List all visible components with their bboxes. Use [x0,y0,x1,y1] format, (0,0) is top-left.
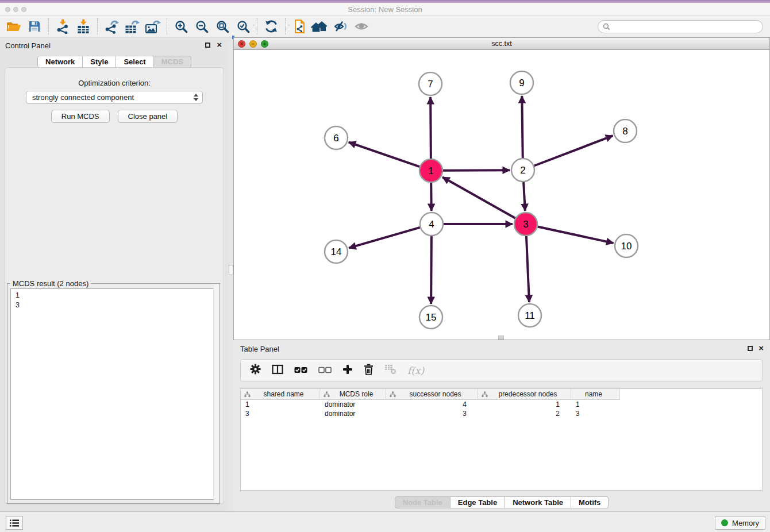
close-table-panel-icon[interactable]: × [759,345,764,352]
toolbar-separator [285,18,286,34]
deselect-all-checks-icon[interactable] [318,365,332,376]
window-titlebar: Session: New Session [0,3,770,16]
show-all-icon[interactable] [351,18,372,35]
graph-node-2[interactable]: 2 [511,159,534,182]
network-traffic-lights[interactable]: × − + [238,40,268,48]
graph-edge-2-8[interactable] [534,136,613,165]
select-all-checks-icon[interactable] [294,365,307,376]
close-panel-button[interactable]: Close panel [118,110,178,123]
table-toolbar: f(x) [240,359,763,381]
float-panel-icon[interactable] [205,43,210,48]
graph-edge-4-15[interactable] [431,236,432,304]
show-column-panel-icon[interactable] [272,364,283,377]
node-table[interactable]: shared nameMCDS rolesuccessor nodesprede… [240,388,763,491]
import-table-icon[interactable] [73,18,94,35]
graph-node-4[interactable]: 4 [420,213,443,236]
graph-edge-3-10[interactable] [538,226,614,243]
hide-selected-icon[interactable] [330,18,351,35]
tab-network-table[interactable]: Network Table [505,496,571,508]
column-header-name[interactable]: name [571,389,620,400]
save-session-icon[interactable] [24,18,45,35]
tab-node-table[interactable]: Node Table [395,496,451,508]
zoom-selected-icon[interactable] [233,18,253,35]
graph-node-15[interactable]: 15 [419,306,442,329]
tab-network[interactable]: Network [37,56,83,68]
table-cell: 1 [478,400,571,409]
table-row[interactable]: 1dominator411 [241,400,762,409]
criterion-dropdown[interactable]: strongly connected component [26,91,203,104]
graph-edge-4-14[interactable] [349,228,420,248]
close-panel-icon[interactable]: × [217,41,222,48]
graph-node-3[interactable]: 3 [514,213,537,236]
first-neighbors-icon[interactable] [310,18,330,35]
network-minimize-button[interactable]: − [249,40,257,48]
graph-edge-1-2[interactable] [443,170,510,171]
zoom-out-icon[interactable] [191,18,212,35]
export-image-icon[interactable] [143,18,163,35]
open-session-icon[interactable] [3,18,24,35]
result-line: 3 [16,300,208,310]
graph-node-8[interactable]: 8 [614,119,637,142]
memory-button[interactable]: Memory [715,516,765,530]
control-panel: Control Panel × NetworkStyleSelectMCDS O… [0,37,229,511]
delete-table-icon[interactable] [384,364,396,377]
network-maximize-button[interactable]: + [261,40,268,48]
delete-column-icon[interactable] [364,364,374,377]
function-builder-icon[interactable]: f(x) [407,365,424,376]
export-network-icon[interactable] [101,18,122,35]
column-header-predecessor-nodes[interactable]: predecessor nodes [478,389,571,400]
graph-node-9[interactable]: 9 [510,71,533,94]
export-table-icon[interactable] [122,18,143,35]
tab-mcds[interactable]: MCDS [154,56,191,68]
tab-style[interactable]: Style [83,56,116,68]
tab-select[interactable]: Select [116,56,153,68]
search-field[interactable] [598,20,763,33]
table-cell: 4 [386,400,478,409]
graph-edge-3-11[interactable] [526,236,529,302]
add-column-icon[interactable] [342,364,353,377]
horizontal-splitter-handle[interactable] [498,336,504,340]
task-history-button[interactable] [6,516,23,530]
mcds-result-list[interactable]: 13 [10,288,217,500]
import-network-icon[interactable] [52,18,73,35]
zoom-in-icon[interactable] [171,18,191,35]
graph-node-10[interactable]: 10 [615,234,638,257]
table-row[interactable]: 3dominator323 [241,409,762,418]
vertical-splitter-handle[interactable] [229,265,233,275]
graph-node-11[interactable]: 11 [518,304,541,327]
search-input[interactable] [610,22,763,32]
apply-layout-icon[interactable] [261,18,282,35]
toolbar-separator [97,18,98,34]
network-close-button[interactable]: × [238,40,245,48]
float-table-panel-icon[interactable] [748,346,753,351]
table-cell: 2 [478,409,571,418]
graph-node-7[interactable]: 7 [419,72,442,95]
run-mcds-button[interactable]: Run MCDS [51,110,110,123]
column-header-successor-nodes[interactable]: successor nodes [386,389,478,400]
toolbar-separator [48,18,49,34]
graph-node-6[interactable]: 6 [325,126,348,149]
network-window-titlebar[interactable]: × − + scc.txt [234,38,769,50]
table-options-icon[interactable] [250,364,261,377]
tab-edge-table[interactable]: Edge Table [451,496,505,508]
graph-edge-1-6[interactable] [349,142,419,167]
control-panel-tabs: NetworkStyleSelectMCDS [0,56,229,68]
graph-edge-2-9[interactable] [522,96,522,158]
table-header-row: shared nameMCDS rolesuccessor nodesprede… [241,389,762,400]
column-header-shared-name[interactable]: shared name [241,389,320,400]
graph-edge-3-1[interactable] [442,177,515,218]
table-cell: 1 [241,400,320,409]
table-cell: dominator [320,409,386,418]
graph-edge-1-7[interactable] [430,97,431,159]
zoom-fit-icon[interactable] [212,18,233,35]
graph-edge-2-3[interactable] [523,182,525,211]
tab-motifs[interactable]: Motifs [571,496,609,508]
column-header-MCDS-role[interactable]: MCDS role [320,389,386,400]
graph-node-14[interactable]: 14 [325,240,348,263]
clone-network-icon[interactable] [289,18,310,35]
graph-node-1[interactable]: 1 [419,159,442,182]
result-scrollbar[interactable] [213,284,219,503]
network-graph[interactable]: 1234678910111415 [234,50,769,340]
graph-edge-1-4[interactable] [431,183,432,211]
network-canvas[interactable]: 1234678910111415 [234,50,769,340]
